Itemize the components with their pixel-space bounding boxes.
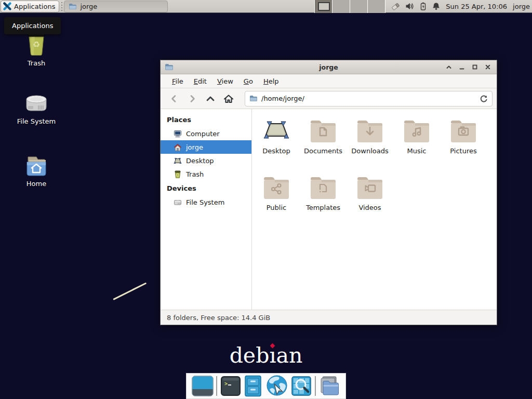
applications-tooltip: Applications [4,17,61,34]
desktop-icon-filesystem[interactable]: File System [5,92,68,125]
file-item-pictures[interactable]: Pictures [440,116,487,169]
taskbar-window-button[interactable]: jorge [64,1,168,12]
menu-help[interactable]: Help [259,75,284,87]
file-item-videos[interactable]: Videos [347,173,393,225]
menu-file[interactable]: File [167,75,188,87]
pictures-folder-icon [450,116,477,143]
desktop-icon-home[interactable]: Home [5,154,68,188]
sidebar-item-label: File System [186,198,224,206]
workspace-2[interactable] [332,0,350,13]
workspace-switcher[interactable] [314,0,385,13]
panel-right: Sun 25 Apr, 10:06 jorge [314,0,530,13]
tooltip-text: Applications [12,22,53,30]
sidebar-devices-header: Devices [161,181,251,195]
file-label: Documents [304,147,342,155]
home-folder-icon [24,154,49,177]
panel-handle[interactable] [60,2,63,11]
file-item-public[interactable]: Public [253,173,300,225]
music-folder-icon [403,116,430,143]
forward-icon[interactable] [183,90,201,107]
file-label: Music [407,147,427,155]
desktop-icon-label: File System [5,117,68,125]
folder-icon [249,95,258,102]
minimize-icon[interactable] [457,62,467,72]
file-label: Templates [306,204,340,211]
sidebar-item-label: Trash [186,170,204,178]
system-tray [391,2,440,11]
desktop-icon-label: Home [5,180,68,188]
file-item-desktop[interactable]: Desktop [253,116,300,169]
eraser-icon[interactable] [391,2,400,11]
panel-username[interactable]: jorge [513,3,530,10]
dock-separator [216,376,217,396]
file-label: Downloads [351,147,388,155]
desktop-icon [174,157,182,165]
sidebar-item-desktop[interactable]: Desktop [161,154,251,167]
dock-panel: > [186,373,346,399]
file-item-music[interactable]: Music [393,116,440,169]
harddrive-icon [174,198,182,206]
web-browser-icon[interactable] [265,375,288,397]
logo-part3: an [276,343,303,368]
menu-go[interactable]: Go [239,75,258,87]
status-text: 8 folders, Free space: 14.4 GiB [167,314,270,322]
workspace-window-preview [318,2,330,11]
file-item-downloads[interactable]: Downloads [347,116,393,169]
sidebar-item-trash[interactable]: Trash [161,167,251,181]
sidebar-item-label: Computer [186,130,220,138]
back-icon[interactable] [165,90,183,107]
workspace-4[interactable] [368,0,385,13]
applications-label: Applications [14,3,55,10]
sidebar-item-label: Desktop [186,157,214,165]
applications-button[interactable]: Applications [1,1,59,12]
shade-icon[interactable] [444,62,454,72]
file-item-templates[interactable]: Templates [300,173,347,225]
file-label: Pictures [450,147,476,155]
volume-icon[interactable] [405,2,414,10]
show-desktop-icon[interactable] [192,376,214,396]
file-item-documents[interactable]: Documents [300,116,347,169]
trash-icon [174,170,182,178]
documents-folder-icon [310,116,337,143]
videos-folder-icon [356,173,383,200]
folder-stack-icon[interactable] [318,375,340,397]
desktop-icon-trash[interactable]: ♻ Trash [5,30,68,67]
downloads-folder-icon [356,116,383,143]
top-panel: Applications jorge [0,0,532,13]
app-finder-icon[interactable] [291,376,312,396]
file-label: Desktop [262,147,290,155]
toolbar: /home/jorge/ [161,88,497,109]
logo-part1: deb [230,343,270,368]
menu-view[interactable]: View [212,75,238,87]
window-content: Places Computer [161,109,497,310]
close-icon[interactable] [483,62,493,72]
location-bar[interactable]: /home/jorge/ [245,91,493,107]
bell-icon[interactable] [432,2,440,10]
window-controls [444,62,493,72]
file-cabinet-icon[interactable] [244,375,262,397]
reload-icon[interactable] [480,95,488,103]
file-label: Videos [358,204,381,211]
taskbar-window-label: jorge [80,3,97,10]
home-icon[interactable] [219,90,237,107]
desktop-special-icon [262,116,291,143]
maximize-icon[interactable] [470,62,480,72]
sidebar-item-filesystem[interactable]: File System [161,195,251,209]
panel-clock[interactable]: Sun 25 Apr, 10:06 [446,3,507,10]
battery-icon[interactable] [419,2,427,10]
computer-icon [174,130,182,138]
sidebar-item-computer[interactable]: Computer [161,127,251,140]
sidebar-item-home[interactable]: jorge [161,140,251,154]
workspace-3[interactable] [350,0,368,13]
titlebar[interactable]: jorge [161,60,497,74]
menu-edit[interactable]: Edit [189,75,211,87]
public-folder-icon [263,173,290,200]
location-path[interactable]: /home/jorge/ [261,95,476,102]
file-manager-window: jorge File Edit View Go Help [160,60,497,325]
statusbar: 8 folders, Free space: 14.4 GiB [161,310,497,325]
terminal-icon[interactable]: > [220,376,241,396]
wallpaper-swirl-stroke [113,282,147,300]
sidebar-item-label: jorge [186,143,203,151]
workspace-1[interactable] [315,0,332,13]
up-icon[interactable] [201,90,219,107]
